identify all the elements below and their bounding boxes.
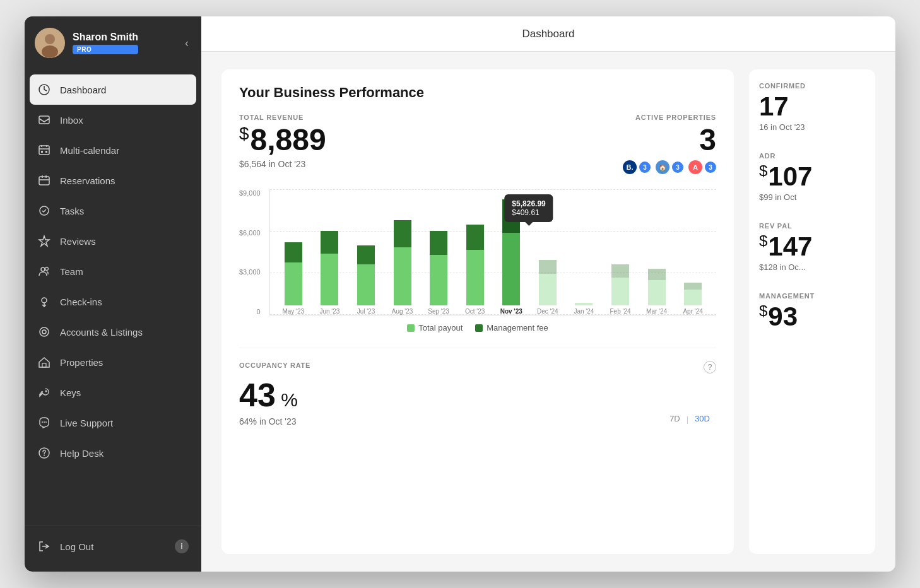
svg-rect-7 bbox=[45, 151, 47, 153]
bar-group-aug23: Aug '23 bbox=[386, 220, 420, 315]
occupancy-help-icon[interactable]: ? bbox=[704, 361, 716, 373]
logout-button[interactable]: Log Out i bbox=[25, 531, 201, 562]
bar-label-may23: May '23 bbox=[282, 308, 304, 315]
bar-payout-mar24 bbox=[648, 280, 666, 305]
booking-logo: B. bbox=[623, 160, 637, 174]
sidebar-item-support[interactable]: Live Support bbox=[25, 408, 201, 438]
bar-group-jun23: Jun '23 bbox=[313, 231, 347, 315]
reservations-icon bbox=[37, 173, 51, 187]
sidebar-item-reservations[interactable]: Reservations bbox=[25, 165, 201, 196]
sidebar-item-tasks[interactable]: Tasks bbox=[25, 196, 201, 226]
sidebar-item-multicalendar-label: Multi-calendar bbox=[60, 145, 119, 156]
legend-management-label: Management fee bbox=[487, 323, 548, 332]
currency-symbol: $ bbox=[239, 124, 249, 143]
bar-group-feb24: Feb '24 bbox=[603, 264, 637, 315]
sidebar-item-dashboard[interactable]: Dashboard bbox=[30, 74, 196, 105]
bar-payout-feb24 bbox=[611, 278, 629, 305]
percent-sign: % bbox=[276, 389, 298, 410]
active-properties-block: ACTIVE PROPERTIES 3 B. 3 🏠 3 bbox=[488, 114, 716, 174]
legend-management: Management fee bbox=[475, 323, 548, 332]
bar-stack-sep23 bbox=[430, 231, 447, 305]
homeaway-count: 3 bbox=[672, 162, 683, 173]
svg-point-2 bbox=[42, 45, 58, 58]
rev-pal-currency: $ bbox=[759, 232, 767, 249]
bar-stack-jun23 bbox=[321, 231, 338, 305]
management-value: $93 bbox=[759, 303, 865, 330]
bar-stack-dec24 bbox=[539, 260, 557, 305]
bar-payout-may23 bbox=[285, 262, 302, 305]
bar-label-nov23: Nov '23 bbox=[500, 308, 522, 315]
sidebar-item-properties[interactable]: Properties bbox=[25, 347, 201, 377]
total-revenue-label: TOTAL REVENUE bbox=[239, 114, 468, 121]
sidebar-item-inbox-label: Inbox bbox=[60, 115, 83, 126]
bar-group-apr24: Apr '24 bbox=[676, 283, 710, 315]
sidebar-item-reviews[interactable]: Reviews bbox=[25, 226, 201, 256]
inbox-icon bbox=[37, 113, 51, 127]
bar-management-mar24 bbox=[648, 269, 666, 280]
platform-booking: B. 3 bbox=[623, 160, 651, 174]
bar-payout-jul23 bbox=[357, 264, 375, 305]
bar-payout-nov23 bbox=[502, 233, 520, 305]
y-label-9000: $9,000 bbox=[239, 189, 261, 197]
user-profile[interactable]: Sharon Smith PRO bbox=[35, 28, 138, 58]
bar-payout-jun23 bbox=[321, 254, 338, 305]
tasks-icon bbox=[37, 204, 51, 218]
bar-stack-feb24 bbox=[611, 264, 629, 305]
user-name: Sharon Smith bbox=[73, 32, 138, 43]
gridline-top bbox=[270, 189, 716, 190]
svg-rect-16 bbox=[42, 363, 46, 367]
sidebar-item-checkins[interactable]: Check-ins bbox=[25, 286, 201, 317]
avatar bbox=[35, 28, 65, 58]
confirmed-label: CONFIRMED bbox=[759, 82, 865, 90]
page-title: Dashboard bbox=[522, 28, 574, 40]
chart-area: $5,826.99 $409.61 May '23 bbox=[269, 189, 716, 315]
sidebar-item-inbox[interactable]: Inbox bbox=[25, 105, 201, 135]
sidebar-item-reviews-label: Reviews bbox=[60, 236, 96, 247]
svg-point-15 bbox=[42, 330, 46, 334]
main-panel: Your Business Performance TOTAL REVENUE … bbox=[221, 69, 734, 554]
adr-stat: ADR $107 $99 in Oct bbox=[759, 152, 865, 202]
sidebar-item-team[interactable]: Team bbox=[25, 256, 201, 286]
total-revenue-sub: $6,564 in Oct '23 bbox=[239, 159, 468, 169]
rev-pal-value: $147 bbox=[759, 233, 865, 260]
bar-group-sep23: Sep '23 bbox=[422, 231, 456, 315]
sidebar-item-accounts-label: Accounts & Listings bbox=[60, 327, 143, 338]
support-icon bbox=[37, 416, 51, 430]
tooltip-line2: $409.61 bbox=[512, 208, 545, 217]
logout-icon bbox=[37, 539, 51, 553]
sidebar-item-multi-calendar[interactable]: Multi-calendar bbox=[25, 135, 201, 165]
filter-30d[interactable]: 30D bbox=[688, 411, 716, 428]
confirmed-stat: CONFIRMED 17 16 in Oct '23 bbox=[759, 82, 865, 132]
rev-pal-sub: $128 in Oc... bbox=[759, 262, 865, 272]
dashboard-icon bbox=[37, 83, 51, 97]
reviews-icon bbox=[37, 234, 51, 248]
keys-icon bbox=[37, 385, 51, 399]
filter-7d[interactable]: 7D bbox=[663, 411, 687, 428]
info-badge[interactable]: i bbox=[175, 539, 189, 553]
bar-stack-mar24 bbox=[648, 269, 666, 305]
adr-label: ADR bbox=[759, 152, 865, 160]
adr-sub: $99 in Oct bbox=[759, 192, 865, 202]
bar-payout-apr24 bbox=[684, 290, 702, 305]
active-properties-value: 3 bbox=[488, 125, 716, 155]
section-title: Your Business Performance bbox=[239, 85, 716, 101]
logout-label: Log Out bbox=[60, 541, 93, 552]
bar-payout-sep23 bbox=[430, 255, 447, 305]
occupancy-footer: 64% in Oct '23 7D | 30D bbox=[239, 411, 716, 428]
y-label-3000: $3,000 bbox=[239, 268, 261, 276]
bar-management-apr24 bbox=[684, 283, 702, 290]
sidebar-nav: Dashboard Inbox bbox=[25, 69, 201, 526]
bar-label-oct23: Oct '23 bbox=[465, 308, 485, 315]
main-content: Dashboard Your Business Performance TOTA… bbox=[201, 16, 895, 572]
sidebar-item-accounts[interactable]: Accounts & Listings bbox=[25, 317, 201, 347]
bar-label-dec24: Dec '24 bbox=[537, 308, 558, 315]
sidebar-item-checkins-label: Check-ins bbox=[60, 297, 102, 307]
bar-group-oct23: Oct '23 bbox=[458, 225, 492, 315]
booking-count: 3 bbox=[639, 162, 651, 173]
right-panel: CONFIRMED 17 16 in Oct '23 ADR $107 $99 … bbox=[749, 69, 875, 554]
sidebar-item-keys[interactable]: Keys bbox=[25, 377, 201, 408]
platform-airbnb: A 3 bbox=[688, 160, 716, 174]
bar-stack-jul23 bbox=[357, 245, 375, 305]
sidebar-collapse-button[interactable]: ‹ bbox=[182, 34, 191, 52]
sidebar-item-helpdesk[interactable]: Help Desk bbox=[25, 438, 201, 468]
